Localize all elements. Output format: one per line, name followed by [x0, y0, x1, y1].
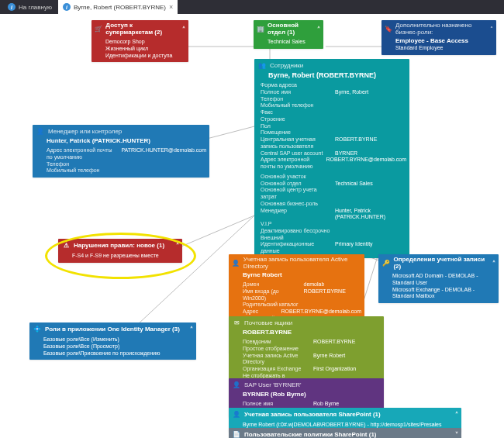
tab-home[interactable]: i На главную — [3, 0, 57, 14]
field-value — [128, 161, 206, 168]
field-label: V.I.P — [261, 221, 332, 228]
list-item: Жизненный цикл Идентификации и доступа — [105, 46, 185, 60]
field-label: Имя входа (до Win2000) — [243, 288, 301, 302]
field-label: Идентификационные данные — [261, 241, 332, 255]
user-icon: 👤 — [36, 126, 45, 136]
field-value: Rob Byrne — [313, 401, 381, 408]
node-violation[interactable]: ⚠ Нарушения правил: новое (1) ˄ F-S4 и F… — [58, 239, 182, 263]
field-label: Помещение — [261, 129, 332, 136]
node-sharepoint-policies[interactable]: 📄 Пользовательские политики SharePoint (… — [229, 428, 461, 438]
field-label: Родительский каталог — [243, 302, 301, 309]
field-label: Полное имя — [261, 89, 332, 96]
field-label: Central SAP user account — [261, 150, 332, 157]
field-value: ROBERT.BYRNE — [313, 339, 381, 346]
field-label: Учетная запись Active Directory — [243, 353, 310, 367]
field-label: Факс — [261, 109, 332, 116]
tab-bar: i На главную i Byrne, Robert (ROBERT.BYR… — [0, 0, 504, 14]
field-label: Простое отображение — [243, 346, 310, 353]
field-label: Адрес электронной почты по умолчанию — [47, 147, 118, 161]
node-title: Employee - Base Access — [395, 37, 493, 45]
field-label: Основная бизнес-роль — [261, 201, 332, 208]
node-title: BYRNER (Rob Byrne) — [229, 391, 384, 399]
field-value — [304, 302, 362, 309]
node-base-role[interactable]: 🔖 Дополнительно назначено бизнес-роли: ˄… — [381, 20, 496, 55]
field-value — [335, 221, 406, 228]
field-value — [335, 123, 406, 130]
field-label: Телефон — [261, 96, 332, 103]
ad-icon: 👤 — [232, 258, 240, 267]
field-value: PATRICK.HUNTER@demolab.com — [121, 147, 206, 161]
node-department[interactable]: 🏢 Основной отдел (1) ˄ Technical Sales — [254, 20, 323, 49]
list-item: F-S4 и F-S9 не разрешены вместе — [72, 253, 179, 260]
role-icon: 💠 — [33, 324, 42, 333]
field-label: Деактивировано бессрочно — [261, 228, 332, 235]
field-value: Technical Sales — [335, 181, 406, 188]
field-value: BYRNER — [335, 150, 406, 157]
list-item: Technical Sales — [268, 39, 320, 46]
node-title: Основной отдел (1) — [268, 22, 314, 36]
node-title: Byrne Robert — [229, 271, 364, 280]
badge-icon: 🔖 — [385, 24, 392, 33]
field-value: ROBERT.BYRNE — [304, 288, 362, 302]
policy-icon: 📄 — [232, 429, 241, 438]
list-item: Базовые роли\Все (Изменить) — [43, 336, 193, 343]
info-icon: i — [8, 3, 16, 11]
chevron-down-icon[interactable]: ˅ — [455, 431, 458, 438]
field-value — [128, 167, 206, 174]
diagram-canvas[interactable]: 🛒 Доступ к супермаркетам (2) ˄ Democorp … — [0, 14, 504, 438]
tab-current[interactable]: i Byrne, Robert (ROBERT.BYRNE) × — [58, 0, 178, 14]
people-icon: 👥 — [257, 60, 267, 70]
chevron-up-icon[interactable]: ˄ — [490, 26, 493, 33]
node-subtitle: Учетная запись пользователя Active Direc… — [243, 256, 361, 270]
node-subtitle: Менеджер или контролер — [48, 128, 122, 135]
node-title: Учетная запись пользователя SharePoint (… — [244, 411, 381, 418]
cart-icon: 🛒 — [95, 24, 102, 33]
field-value — [335, 116, 406, 123]
field-value: ROBERT.BYRNE@demolab.com — [326, 157, 406, 171]
field-value — [335, 187, 406, 201]
field-label: Адрес электронной почты по умолчанию — [261, 157, 323, 171]
field-label: Основной центр учета затрат — [261, 187, 332, 201]
info-icon: i — [63, 3, 71, 11]
list-item: Microsoft Exchange - DEMOLAB - Standard … — [392, 287, 495, 301]
field-label: Псевдоним — [243, 339, 310, 346]
field-value: Byrne, Robert — [335, 89, 406, 96]
chevron-up-icon[interactable]: ˄ — [317, 26, 320, 33]
chevron-up-icon[interactable]: ˄ — [492, 260, 495, 267]
chevron-up-icon[interactable]: ˄ — [182, 26, 185, 33]
chevron-up-icon[interactable]: ˄ — [176, 242, 179, 249]
close-icon[interactable]: × — [169, 3, 173, 11]
node-supermarkets[interactable]: 🛒 Доступ к супермаркетам (2) ˄ Democorp … — [91, 20, 188, 62]
node-subtitle: SAP User 'BYRNER' — [244, 381, 302, 388]
field-value — [335, 228, 406, 235]
node-app-roles[interactable]: 💠 Роли в приложении One Identity Manager… — [29, 322, 196, 360]
field-label: Строение — [261, 116, 332, 123]
chevron-up-icon[interactable]: ˄ — [455, 411, 458, 418]
section-label: Форма адреса — [261, 82, 406, 89]
node-subtitle: Дополнительно назначено бизнес-роли: — [395, 22, 487, 36]
list-item: Microsoft AD Domain - DEMOLAB - Standard… — [392, 273, 495, 287]
list-item: Базовые роли\Все (Просмотр) — [43, 343, 193, 350]
field-value: ROBERT.BYRNE — [335, 136, 406, 150]
field-value: demolab — [304, 281, 362, 288]
field-label: Телефон — [47, 161, 125, 168]
node-title: Роли в приложении One Identity Manager (… — [45, 326, 180, 333]
list-item: Standard Employee — [395, 45, 493, 52]
node-account-definitions[interactable]: 🔑 Определения учетной записи (2) ˄ Micro… — [378, 254, 499, 303]
chevron-up-icon[interactable]: ˄ — [190, 326, 193, 333]
node-subtitle: Сотрудники — [270, 62, 303, 69]
field-value — [335, 109, 406, 116]
field-label: Менеджер — [261, 208, 332, 222]
node-title: Доступ к супермаркетам (2) — [105, 22, 179, 36]
node-employee[interactable]: 👥 Сотрудники Byrne, Robert (ROBERT.BYRNE… — [254, 59, 409, 258]
field-label: Полное имя — [243, 401, 310, 408]
field-value: First Organization — [313, 366, 381, 373]
field-label: Основной участок — [261, 174, 332, 181]
mail-icon: ✉ — [232, 318, 241, 327]
field-label: Организация Exchange — [243, 366, 310, 373]
node-manager[interactable]: 👤 Менеджер или контролер Hunter, Patrick… — [33, 125, 209, 178]
list-item: Базовые роли\Присвоение по происхождению — [43, 350, 193, 357]
field-value: Hunter, Patrick (PATRICK.HUNTER) — [335, 208, 406, 222]
list-item: Democorp Shop — [105, 39, 185, 46]
field-label: Мобильный телефон — [261, 102, 332, 109]
